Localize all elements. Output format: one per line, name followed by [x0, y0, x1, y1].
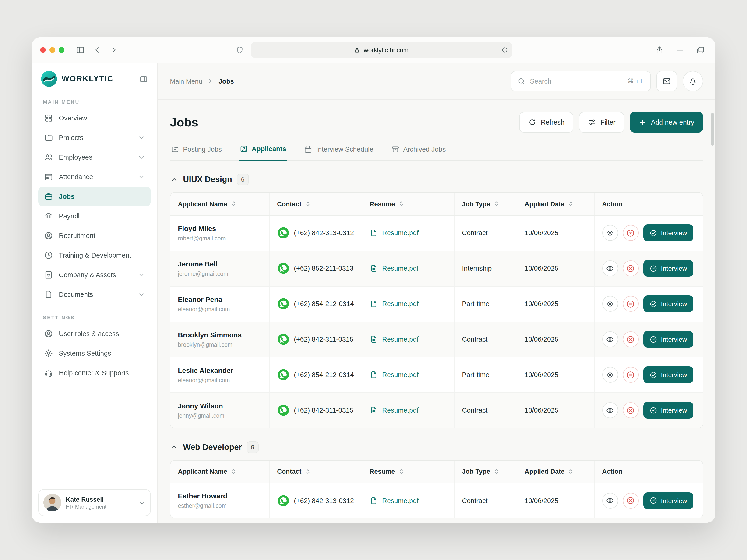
sidebar: WORKLYTIC MAIN MENU Overview Projects [32, 62, 158, 523]
column-header-resume[interactable]: Resume [362, 460, 454, 483]
user-card[interactable]: Kate Russell HR Management [38, 489, 151, 516]
column-header-resume[interactable]: Resume [362, 193, 454, 215]
contact-phone: (+62) 842-313-0312 [294, 229, 354, 237]
messages-button[interactable] [656, 71, 677, 91]
reject-button[interactable] [623, 367, 639, 383]
column-header-applicant-name[interactable]: Applicant Name [171, 193, 269, 215]
sidebar-item-help-center[interactable]: Help center & Supports [38, 363, 151, 383]
filter-button[interactable]: Filter [579, 112, 624, 133]
whatsapp-icon[interactable] [277, 262, 289, 274]
reload-button[interactable] [501, 46, 508, 54]
reject-button[interactable] [623, 296, 639, 312]
breadcrumb-root[interactable]: Main Menu [170, 77, 202, 85]
sidebar-item-jobs[interactable]: Jobs [38, 187, 151, 206]
close-window-button[interactable] [40, 47, 46, 53]
sidebar-item-documents[interactable]: Documents [38, 285, 151, 304]
sidebar-item-attendance[interactable]: Attendance [38, 167, 151, 187]
contact-phone: (+62) 842-311-0315 [294, 406, 354, 414]
tab-posting-jobs[interactable]: Posting Jobs [170, 140, 223, 160]
sidebar-item-label: Employees [59, 154, 92, 161]
column-header-action: Action [594, 193, 703, 215]
resume-link[interactable]: Resume.pdf [369, 371, 446, 379]
column-header-applicant-name[interactable]: Applicant Name [171, 460, 269, 483]
tab-applicants[interactable]: Applicants [238, 140, 287, 161]
resume-link[interactable]: Resume.pdf [369, 229, 446, 237]
sidebar-collapse-button[interactable] [139, 75, 148, 83]
column-header-contact[interactable]: Contact [269, 460, 362, 483]
column-header-applied-date[interactable]: Applied Date [517, 460, 594, 483]
add-new-entry-button[interactable]: Add new entry [630, 112, 703, 133]
new-tab-button[interactable] [673, 44, 686, 56]
whatsapp-icon[interactable] [277, 333, 289, 345]
view-button[interactable] [602, 260, 618, 276]
x-circle-icon [626, 335, 635, 344]
column-header-job-type[interactable]: Job Type [454, 460, 517, 483]
column-label: Resume [369, 468, 395, 475]
resume-link[interactable]: Resume.pdf [369, 300, 446, 308]
reject-button[interactable] [623, 492, 639, 508]
interview-button[interactable]: Interview [643, 366, 693, 383]
collapse-panel-icon [139, 75, 148, 83]
resume-link[interactable]: Resume.pdf [369, 496, 446, 505]
sidebar-item-training[interactable]: Training & Development [38, 245, 151, 265]
view-button[interactable] [602, 225, 618, 241]
sidebar-item-payroll[interactable]: Payroll [38, 206, 151, 226]
interview-button[interactable]: Interview [643, 260, 693, 277]
search-input[interactable] [530, 77, 623, 85]
sidebar-item-user-roles[interactable]: User roles & access [38, 324, 151, 344]
reject-button[interactable] [623, 260, 639, 276]
zoom-window-button[interactable] [59, 47, 65, 53]
column-header-job-type[interactable]: Job Type [454, 193, 517, 215]
view-button[interactable] [602, 296, 618, 312]
interview-button[interactable]: Interview [643, 224, 693, 241]
view-button[interactable] [602, 492, 618, 508]
interview-button[interactable]: Interview [643, 402, 693, 419]
browser-sidebar-toggle-button[interactable] [74, 44, 87, 56]
attendance-card-icon [44, 172, 53, 182]
share-button[interactable] [653, 44, 666, 56]
view-button[interactable] [602, 331, 618, 347]
address-bar[interactable]: worklytic.hr.com [251, 42, 512, 58]
sidebar-item-overview[interactable]: Overview [38, 108, 151, 128]
interview-button[interactable]: Interview [643, 295, 693, 312]
sidebar-item-company-assets[interactable]: Company & Assets [38, 265, 151, 285]
minimize-window-button[interactable] [50, 47, 55, 53]
view-button[interactable] [602, 367, 618, 383]
resume-link[interactable]: Resume.pdf [369, 406, 446, 415]
whatsapp-icon[interactable] [277, 495, 289, 507]
refresh-button[interactable]: Refresh [519, 112, 573, 133]
scrollbar-thumb[interactable] [711, 113, 714, 145]
sidebar-item-projects[interactable]: Projects [38, 128, 151, 148]
view-button[interactable] [602, 402, 618, 418]
job-type: Contract [462, 336, 488, 343]
sidebar-item-label: Attendance [59, 173, 93, 181]
user-role: HR Management [66, 504, 106, 509]
tab-archived-jobs[interactable]: Archived Jobs [390, 140, 446, 160]
collapse-group-button[interactable] [170, 175, 178, 184]
tab-interview-schedule[interactable]: Interview Schedule [303, 140, 374, 160]
column-header-applied-date[interactable]: Applied Date [517, 193, 594, 215]
whatsapp-icon[interactable] [277, 404, 289, 416]
whatsapp-icon[interactable] [277, 298, 289, 310]
reject-button[interactable] [623, 331, 639, 347]
reject-button[interactable] [623, 402, 639, 418]
forward-button[interactable] [107, 44, 121, 56]
sidebar-item-employees[interactable]: Employees [38, 148, 151, 167]
breadcrumb-current: Jobs [219, 77, 234, 85]
resume-link[interactable]: Resume.pdf [369, 335, 446, 344]
applicants-table: Applicant Name Contact Resume Job Type A… [170, 192, 703, 428]
whatsapp-icon[interactable] [277, 227, 289, 239]
collapse-group-button[interactable] [170, 443, 178, 451]
sidebar-item-recruitment[interactable]: Recruitment [38, 226, 151, 245]
notifications-button[interactable] [682, 71, 703, 91]
reject-button[interactable] [623, 225, 639, 241]
column-header-contact[interactable]: Contact [269, 193, 362, 215]
resume-link[interactable]: Resume.pdf [369, 264, 446, 272]
back-button[interactable] [91, 44, 104, 56]
interview-button[interactable]: Interview [643, 492, 693, 509]
whatsapp-icon[interactable] [277, 369, 289, 381]
tab-overview-button[interactable] [694, 44, 707, 56]
applicant-email: robert@gmail.com [178, 235, 262, 241]
sidebar-item-system-settings[interactable]: Systems Settings [38, 344, 151, 363]
interview-button[interactable]: Interview [643, 331, 693, 348]
